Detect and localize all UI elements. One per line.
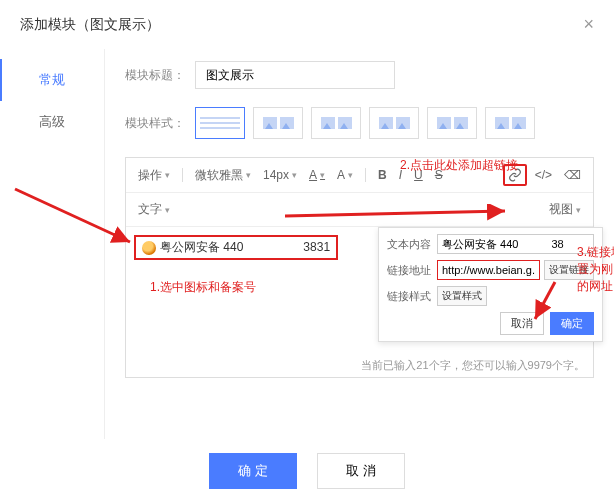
toolbar-clear-icon[interactable]: ⌫ <box>560 166 585 184</box>
toolbar-size[interactable]: 14px <box>259 166 301 184</box>
beian-badge-icon <box>142 241 156 255</box>
link-popup: 文本内容 链接地址 设置链接 链接样式 设置样式 <box>378 227 603 342</box>
cancel-button[interactable]: 取 消 <box>317 453 405 489</box>
label-link-style: 链接样式 <box>387 289 433 304</box>
label-text-content: 文本内容 <box>387 237 433 252</box>
popup-confirm-button[interactable]: 确定 <box>550 312 594 335</box>
toolbar-underline[interactable]: U <box>410 166 427 184</box>
toolbar-font[interactable]: 微软雅黑 <box>191 165 255 186</box>
style-option-3[interactable] <box>311 107 361 139</box>
style-option-5[interactable] <box>427 107 477 139</box>
module-title-input[interactable] <box>195 61 395 89</box>
toolbar-link-icon[interactable] <box>503 164 527 186</box>
beian-text: 粤公网安备 440 3831 <box>160 239 330 256</box>
toolbar-italic[interactable]: I <box>395 166 406 184</box>
sidebar: 常规 高级 <box>0 49 105 439</box>
selected-content[interactable]: 粤公网安备 440 3831 <box>134 235 338 260</box>
label-module-title: 模块标题： <box>125 67 195 84</box>
style-option-1[interactable] <box>195 107 245 139</box>
label-link-url: 链接地址 <box>387 263 433 278</box>
style-option-4[interactable] <box>369 107 419 139</box>
label-module-style: 模块样式： <box>125 115 195 132</box>
toolbar-fontcolor[interactable]: A <box>305 166 329 184</box>
link-text-input[interactable] <box>437 234 594 254</box>
set-style-button[interactable]: 设置样式 <box>437 286 487 306</box>
toolbar-bold[interactable]: B <box>374 166 391 184</box>
style-option-2[interactable] <box>253 107 303 139</box>
close-icon[interactable]: × <box>583 14 594 35</box>
style-option-6[interactable] <box>485 107 535 139</box>
tab-advanced[interactable]: 高级 <box>0 101 104 143</box>
toolbar-strike[interactable]: S <box>431 166 447 184</box>
toolbar-text[interactable]: 文字 <box>134 199 174 220</box>
popup-cancel-button[interactable]: 取消 <box>500 312 544 335</box>
rich-editor: 操作 微软雅黑 14px A A B I U S </> ⌫ <box>125 157 594 378</box>
toolbar-code-icon[interactable]: </> <box>531 166 556 184</box>
set-link-button[interactable]: 设置链接 <box>544 260 594 280</box>
toolbar-bgcolor[interactable]: A <box>333 166 357 184</box>
link-url-input[interactable] <box>437 260 540 280</box>
tab-general[interactable]: 常规 <box>0 59 104 101</box>
confirm-button[interactable]: 确 定 <box>209 453 297 489</box>
dialog-title: 添加模块（图文展示） <box>20 16 160 34</box>
toolbar-view[interactable]: 视图 <box>545 199 585 220</box>
toolbar-action[interactable]: 操作 <box>134 165 174 186</box>
char-count: 当前已输入21个字，您还可以输入9979个字。 <box>361 358 585 373</box>
